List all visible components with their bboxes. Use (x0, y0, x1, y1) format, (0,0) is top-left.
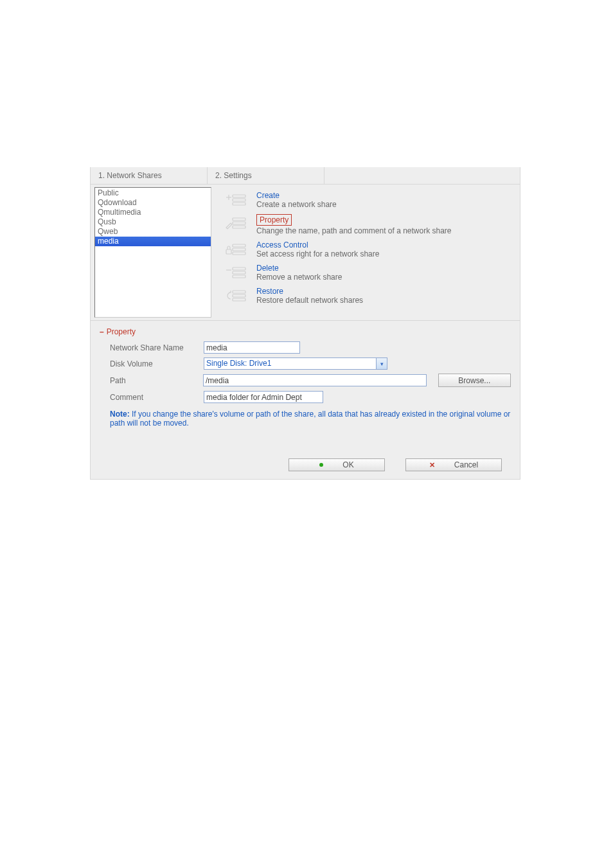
svg-rect-2 (233, 203, 245, 205)
property-icon (224, 214, 247, 232)
svg-rect-14 (233, 275, 245, 278)
svg-rect-9 (233, 248, 245, 251)
action-desc: Set access right for a network share (256, 249, 379, 258)
action-desc: Create a network share (256, 200, 337, 209)
share-name-input[interactable] (204, 341, 300, 354)
svg-rect-11 (226, 249, 231, 254)
action-title: Access Control (256, 240, 379, 249)
svg-rect-18 (233, 298, 245, 301)
ok-button[interactable]: OK (289, 458, 385, 471)
action-create[interactable]: Create Create a network share (224, 191, 516, 209)
list-item[interactable]: Qdownload (95, 198, 211, 208)
access-control-icon (224, 240, 247, 258)
action-restore[interactable]: Restore Restore default network shares (224, 287, 516, 305)
property-section: –Property Network Share Name Disk Volume… (91, 321, 520, 479)
collapse-icon[interactable]: – (100, 327, 107, 336)
list-item[interactable]: Qweb (95, 227, 211, 237)
action-title: Restore (256, 287, 363, 296)
svg-rect-6 (233, 222, 245, 224)
action-property[interactable]: Property Change the name, path and comme… (224, 214, 516, 235)
ok-icon (319, 463, 323, 467)
label-path: Path (110, 376, 203, 385)
browse-button[interactable]: Browse... (438, 374, 511, 387)
share-listbox[interactable]: Public Qdownload Qmultimedia Qusb Qweb m… (94, 187, 211, 318)
create-icon (224, 191, 247, 209)
list-item-selected[interactable]: media (95, 237, 211, 246)
action-access-control[interactable]: Access Control Set access right for a ne… (224, 240, 516, 258)
list-item[interactable]: Qusb (95, 217, 211, 227)
svg-rect-7 (233, 226, 245, 228)
close-icon: ✕ (429, 461, 435, 469)
svg-rect-13 (233, 271, 245, 274)
action-desc: Restore default network shares (256, 296, 363, 305)
actions-panel: Create Create a network share Property C… (214, 185, 520, 320)
disk-volume-select[interactable]: Single Disk: Drive1 ▾ (204, 357, 387, 370)
list-item[interactable]: Public (95, 188, 211, 198)
chevron-down-icon[interactable]: ▾ (376, 358, 387, 369)
tab-bar: 1. Network Shares 2. Settings (91, 167, 520, 185)
svg-rect-12 (233, 267, 245, 270)
svg-rect-0 (233, 195, 245, 197)
note-text: Note: If you change the share's volume o… (100, 407, 511, 428)
comment-input[interactable] (204, 391, 323, 403)
svg-rect-16 (233, 291, 245, 293)
tab-network-shares[interactable]: 1. Network Shares (91, 167, 208, 184)
action-title-highlighted: Property (256, 214, 292, 226)
cancel-button[interactable]: ✕ Cancel (405, 458, 502, 471)
restore-icon (224, 287, 247, 305)
svg-rect-8 (233, 244, 245, 247)
label-share-name: Network Share Name (110, 343, 204, 352)
svg-rect-1 (233, 199, 245, 201)
svg-rect-5 (233, 218, 245, 221)
svg-rect-17 (233, 294, 245, 297)
action-desc: Change the name, path and comment of a n… (256, 226, 452, 235)
disk-volume-value: Single Disk: Drive1 (204, 358, 376, 369)
path-input[interactable] (203, 374, 427, 386)
action-delete[interactable]: Delete Remove a network share (224, 264, 516, 282)
network-share-panel: 1. Network Shares 2. Settings Public Qdo… (90, 167, 520, 480)
delete-icon (224, 264, 247, 282)
label-comment: Comment (110, 393, 204, 402)
property-header[interactable]: –Property (100, 327, 511, 340)
svg-rect-10 (233, 252, 245, 255)
tab-settings[interactable]: 2. Settings (208, 167, 324, 184)
action-desc: Remove a network share (256, 273, 342, 282)
label-disk-volume: Disk Volume (110, 359, 204, 368)
action-title: Create (256, 191, 337, 200)
action-title: Delete (256, 264, 342, 273)
list-item[interactable]: Qmultimedia (95, 208, 211, 217)
